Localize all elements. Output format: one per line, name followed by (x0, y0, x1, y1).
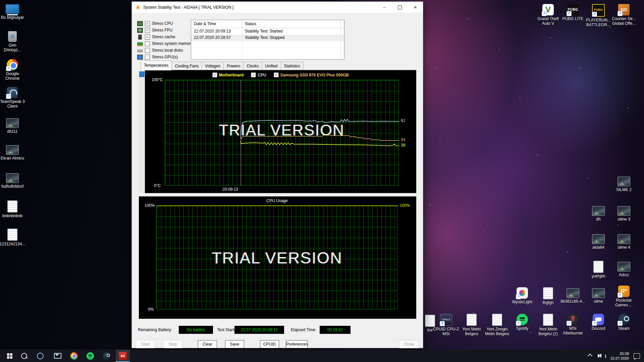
desktop-icon-label: silme 3 (608, 217, 639, 222)
stress-option-stress-local-disks[interactable]: Stress local disks (137, 47, 183, 53)
checkbox[interactable] (145, 48, 150, 53)
desktop-icon-label: TeamSpeak 3 (0, 99, 28, 104)
desktop-icon-ads-z[interactable]: Adsız (608, 260, 639, 277)
stress-option-label: Stress GPU(s) (152, 55, 178, 59)
desktop-icon-silme-4[interactable]: silme 4 (608, 233, 639, 250)
tab-temperatures[interactable]: Temperatures (141, 60, 172, 70)
checkbox[interactable]: ✓ (251, 72, 256, 77)
checkbox[interactable]: ✓ (145, 28, 150, 33)
chart-scrollbar-thumb[interactable] (139, 71, 145, 77)
desktop-icon-teamspeak-3-client[interactable]: ↗TeamSpeak 3Client (0, 86, 28, 109)
doc-icon (543, 314, 553, 326)
desktop-icon-label: fsdfsdfsfdssf (0, 184, 28, 189)
desktop-icon-bu-bilgisayar[interactable]: Bu bilgisayar (0, 3, 28, 20)
tab-cooling-fans[interactable]: Cooling Fans (171, 62, 202, 70)
checkbox[interactable]: ✓ (145, 35, 150, 40)
chrome-app-icon (70, 352, 78, 360)
desktop-icon-counter-str-global-offe[interactable]: GO↗Counter-Str...Global Offe... (608, 3, 639, 26)
recycle-icon: ♻ (8, 31, 17, 42)
computer-icon (5, 4, 19, 14)
close-button: Close (399, 340, 419, 348)
shortcut-arrow-icon: ↗ (6, 94, 11, 99)
preferences-button[interactable]: Preferences (286, 340, 308, 348)
window-titlebar[interactable]: System Stability Test - AIDA64 [ TRIAL V… (132, 2, 423, 13)
maximize-button[interactable] (392, 2, 408, 13)
log-header-status[interactable]: Status (242, 20, 341, 28)
desktop-icon-silme-2[interactable]: SILME 2 (608, 175, 639, 192)
tab-clocks[interactable]: Clocks (243, 62, 262, 70)
desktop-icon-label: SILME 2 (608, 187, 639, 192)
desktop-icon-google-chrome[interactable]: ↗GoogleChrome (0, 58, 28, 81)
checkbox[interactable] (145, 55, 150, 60)
desktop-icon-label: 1231242134... (0, 242, 28, 246)
tab-powers[interactable]: Powers (223, 62, 244, 70)
desktop-icon-steam[interactable]: ↗Steam (608, 313, 639, 331)
log-status: Stability Test: Started (242, 28, 341, 35)
shortcut-arrow-icon: ↗ (618, 11, 623, 16)
doc-icon (543, 287, 553, 299)
desktop-icon-silme-3[interactable]: silme 3 (608, 204, 639, 222)
desktop-icon-label: Ekran Alıntısı (0, 156, 28, 161)
stress-option-stress-system-memory[interactable]: Stress system memory (137, 41, 193, 47)
stress-option-stress-cache[interactable]: ✓Stress cache (137, 34, 175, 40)
taskbar-mail-app[interactable] (51, 350, 65, 362)
desktop-icon-fsdfsdfsfdssf[interactable]: fsdfsdfsfdssf (0, 172, 28, 189)
status-value-remaining-battery: No battery (179, 326, 213, 334)
taskbar-aida64-app[interactable]: 64 (116, 350, 130, 362)
taskbar-clock[interactable]: 20:28 22.07.2020 (605, 351, 629, 361)
photo-icon (6, 145, 19, 155)
taskbar-start-button[interactable] (3, 350, 17, 362)
tab-unified[interactable]: Unified (262, 62, 281, 70)
series-value-label: 38 (401, 143, 405, 147)
desktop-icon-rockstar-games[interactable]: R*↗RockstarGames ... (608, 285, 639, 307)
taskbar-steam-app[interactable] (100, 350, 114, 362)
speaker-icon[interactable] (598, 354, 599, 357)
doc-icon (593, 261, 603, 273)
clock-date: 22.07.2020 (605, 356, 629, 361)
stress-option-stress-gpu-s[interactable]: Stress GPU(s) (137, 54, 178, 60)
log-header-date-time[interactable]: Date & Time (191, 20, 242, 28)
tab-voltages[interactable]: Voltages (202, 62, 224, 70)
close-button[interactable]: ✕ (408, 2, 423, 13)
window-title: System Stability Test - AIDA64 [ TRIAL V… (143, 5, 233, 10)
desktop-icon-geri-d-n[interactable]: ♻GeriDönüşü... (0, 30, 28, 52)
minimize-button[interactable]: ─ (377, 2, 392, 13)
desktop-icon-1231242134[interactable]: 1231242134... (0, 228, 28, 246)
legend-item-samsung-ssd-970-evo-plus-500gb[interactable]: ✓Samsung SSD 970 EVO Plus 500GB (274, 72, 349, 77)
log-row[interactable] (191, 41, 344, 48)
legend-item-cpu[interactable]: ✓CPU (251, 72, 266, 77)
desktop-icon-bnbnbnbnb[interactable]: bnbnbnbnb (0, 200, 28, 218)
cpu-usage-chart: CPU Usage 100% 0% 100% TRIAL VERSION (139, 196, 416, 319)
log-row[interactable]: 22.07.2020 20:28:57Stability Test: Stopp… (191, 35, 344, 41)
shortcut-arrow-icon: ↗ (618, 293, 623, 298)
action-center-icon[interactable] (634, 353, 640, 359)
log-row[interactable]: 22.07.2020 20:09:13Stability Test: Start… (191, 28, 344, 35)
y-axis-min-label: 0% (148, 307, 154, 312)
log-row[interactable] (191, 48, 344, 54)
log-row[interactable] (191, 54, 344, 61)
stress-option-stress-fpu[interactable]: %✓Stress FPU (137, 27, 172, 33)
hidden-icons-chevron-icon[interactable] (588, 353, 592, 358)
tab-statistics[interactable]: Statistics (281, 62, 304, 70)
taskbar-cortana-button[interactable] (33, 350, 47, 362)
taskbar-search-button[interactable] (17, 350, 31, 362)
steam-icon: ↗ (618, 314, 630, 325)
checkbox[interactable]: ✓ (212, 72, 217, 77)
photo-icon (6, 118, 19, 128)
save-button[interactable]: Save (225, 340, 244, 348)
legend-item-motherboard[interactable]: ✓Motherboard (212, 72, 244, 77)
stability-log-table[interactable]: Date & TimeStatus22.07.2020 20:09:13Stab… (191, 20, 344, 60)
cpuid-button[interactable]: CPUID (260, 340, 279, 348)
taskbar-chrome-app[interactable] (67, 350, 81, 362)
checkbox[interactable]: ✓ (145, 21, 150, 26)
clear-button[interactable]: Clear (198, 340, 217, 348)
taskbar-spotify-app[interactable] (83, 350, 97, 362)
mail-app-icon (54, 353, 61, 359)
desktop-icon-ekran-al-nt-s[interactable]: Ekran Alıntısı (0, 143, 28, 161)
checkbox[interactable] (145, 41, 150, 46)
desktop-icon-dh111[interactable]: dh111 (0, 117, 28, 134)
chart-scrollbar[interactable] (139, 70, 145, 193)
desktop-icon-label: Counter-Str... (608, 16, 639, 21)
stress-option-stress-cpu[interactable]: ✓Stress CPU (137, 20, 173, 26)
checkbox[interactable]: ✓ (274, 72, 279, 77)
